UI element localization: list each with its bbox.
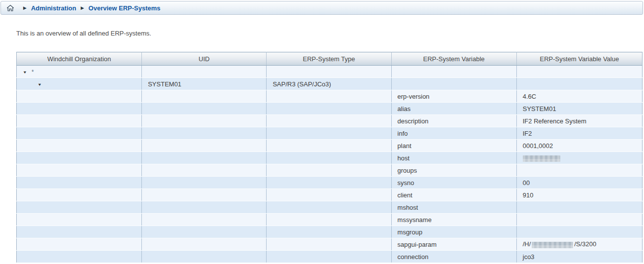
cell-windchill-organization (17, 177, 142, 189)
cell-erp-system-type (267, 140, 391, 152)
cell-windchill-organization (17, 226, 142, 238)
cell-uid (142, 164, 267, 177)
table-row: client 910 (17, 189, 643, 201)
cell-erp-system-variable (391, 78, 516, 90)
table-row: mssysname (17, 214, 643, 226)
cell-erp-system-variable (391, 66, 516, 78)
column-header-erp-system-variable: ERP-System Variable (391, 52, 516, 66)
erp-systems-table: Windchill Organization UID ERP-System Ty… (16, 52, 643, 263)
cell-windchill-organization (17, 164, 142, 177)
cell-erp-system-type (267, 201, 391, 214)
cell-erp-system-type (267, 226, 391, 238)
cell-erp-system-variable: plant (391, 140, 516, 152)
breadcrumb-item-overview-erp-systems[interactable]: Overview ERP-Systems (89, 4, 161, 12)
cell-erp-system-type (267, 152, 391, 164)
cell-erp-system-variable-value (516, 78, 642, 90)
cell-erp-system-variable-value: 910 (516, 189, 642, 201)
cell-uid (142, 127, 267, 140)
table-row: ▼ SYSTEM01 SAP/R3 (SAP/JCo3) (17, 78, 643, 90)
cell-erp-system-type (267, 127, 391, 140)
cell-erp-system-variable: groups (391, 164, 516, 177)
cell-erp-system-variable: sysno (391, 177, 516, 189)
table-row: host (17, 152, 643, 164)
cell-erp-system-type (267, 103, 391, 115)
cell-erp-system-variable-value: IF2 Reference System (516, 115, 642, 127)
cell-uid (142, 238, 267, 251)
cell-uid (142, 189, 267, 201)
cell-erp-system-variable-value: SYSTEM01 (516, 103, 642, 115)
table-row: mshost (17, 201, 643, 214)
cell-erp-system-variable: connection (391, 251, 516, 263)
expand-collapse-arrow-icon[interactable]: ▼ (37, 82, 42, 87)
table-row: description IF2 Reference System (17, 115, 643, 127)
cell-windchill-organization (17, 251, 142, 263)
cell-uid (142, 152, 267, 164)
cell-erp-system-variable-value (516, 164, 642, 177)
cell-windchill-organization (17, 214, 142, 226)
column-header-erp-system-type: ERP-System Type (267, 52, 391, 66)
cell-erp-system-variable-value: IF2 (516, 127, 642, 140)
cell-windchill-organization (17, 127, 142, 140)
cell-erp-system-variable: client (391, 189, 516, 201)
cell-windchill-organization: ▼ (17, 78, 142, 90)
cell-erp-system-type: SAP/R3 (SAP/JCo3) (267, 78, 391, 90)
table-row: ▼* (17, 66, 643, 78)
cell-erp-system-type (267, 115, 391, 127)
cell-erp-system-variable-value: 0001,0002 (516, 140, 642, 152)
cell-erp-system-variable: alias (391, 103, 516, 115)
home-icon[interactable] (7, 5, 14, 11)
cell-erp-system-type (267, 177, 391, 189)
table-row: msgroup (17, 226, 643, 238)
cell-uid (142, 226, 267, 238)
cell-windchill-organization: ▼* (17, 66, 142, 78)
cell-erp-system-variable-value (516, 66, 642, 78)
cell-erp-system-variable: msgroup (391, 226, 516, 238)
cell-erp-system-variable-value (516, 214, 642, 226)
cell-erp-system-variable: erp-version (391, 90, 516, 103)
cell-erp-system-variable-value: /H//S/3200 (516, 238, 642, 251)
cell-erp-system-variable: sapgui-param (391, 238, 516, 251)
cell-erp-system-type (267, 189, 391, 201)
cell-windchill-organization (17, 103, 142, 115)
cell-erp-system-type (267, 90, 391, 103)
breadcrumb: ▶ Administration ▶ Overview ERP-Systems (0, 1, 643, 15)
cell-windchill-organization (17, 201, 142, 214)
cell-erp-system-variable: description (391, 115, 516, 127)
cell-uid (142, 103, 267, 115)
table-row: groups (17, 164, 643, 177)
cell-erp-system-type (267, 66, 391, 78)
redacted-value-block (532, 242, 573, 248)
table-row: info IF2 (17, 127, 643, 140)
cell-erp-system-variable-value: jco3 (516, 251, 642, 263)
table-row: connection jco3 (17, 251, 643, 263)
cell-windchill-organization (17, 115, 142, 127)
erp-table-body: ▼* ▼ SYSTEM01 SAP/R3 (SAP/JCo3) erp-vers… (17, 66, 643, 263)
erp-table-header: Windchill Organization UID ERP-System Ty… (17, 52, 643, 66)
cell-erp-system-variable-value (516, 152, 642, 164)
cell-uid (142, 66, 267, 78)
cell-windchill-organization (17, 238, 142, 251)
cell-erp-system-variable: info (391, 127, 516, 140)
page-description: This is an overview of all defined ERP-s… (16, 30, 151, 37)
cell-uid (142, 201, 267, 214)
redacted-value-block (523, 155, 560, 162)
column-header-erp-system-variable-value: ERP-System Variable Value (516, 52, 642, 66)
column-header-windchill-organization: Windchill Organization (17, 52, 142, 66)
cell-windchill-organization (17, 90, 142, 103)
cell-erp-system-variable: mssysname (391, 214, 516, 226)
expand-collapse-arrow-icon[interactable]: ▼ (23, 70, 27, 75)
cell-erp-system-type (267, 238, 391, 251)
table-row: alias SYSTEM01 (17, 103, 643, 115)
cell-uid (142, 214, 267, 226)
breadcrumb-separator-icon: ▶ (23, 6, 27, 10)
cell-uid (142, 115, 267, 127)
table-row: sapgui-param /H//S/3200 (17, 238, 643, 251)
cell-erp-system-variable: host (391, 152, 516, 164)
table-row: sysno 00 (17, 177, 643, 189)
cell-uid: SYSTEM01 (142, 78, 267, 90)
breadcrumb-item-administration[interactable]: Administration (31, 4, 76, 12)
cell-uid (142, 251, 267, 263)
cell-erp-system-variable-value: 4.6C (516, 90, 642, 103)
cell-windchill-organization (17, 189, 142, 201)
cell-erp-system-variable-value (516, 201, 642, 214)
